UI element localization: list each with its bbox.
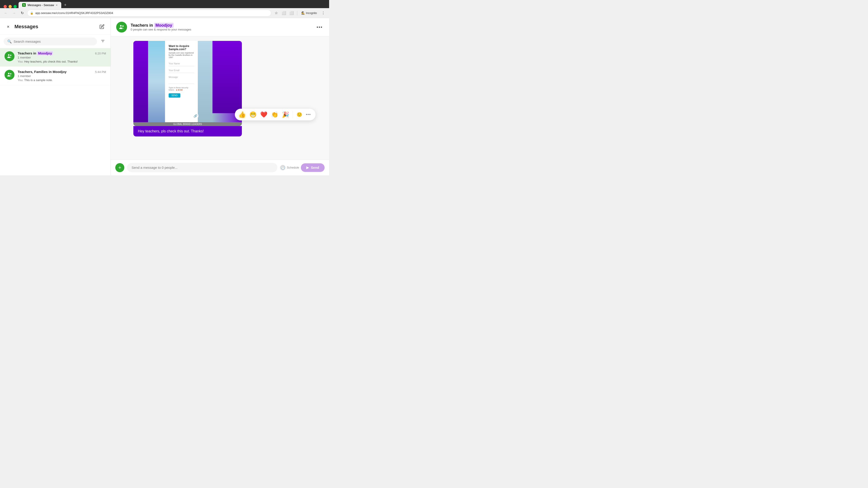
- send-label: Send: [311, 166, 319, 169]
- chat-input-area: + 🕐 Schedule ▶ Send: [111, 160, 329, 175]
- nav-forward-btn[interactable]: →: [11, 10, 17, 16]
- conversation-name: Teachers, Families in Moodjoy: [18, 70, 66, 74]
- chat-header-avatar: [116, 22, 127, 33]
- new-tab-btn[interactable]: +: [62, 2, 68, 8]
- search-bar: 🔍: [0, 35, 111, 48]
- message-bubble: Hey teachers, pls check this out. Thanks…: [133, 126, 242, 136]
- chat-header: Teachers in Moodjoy 0 people can see & r…: [111, 18, 329, 36]
- compose-icon: [99, 24, 104, 29]
- chrome-menu-btn[interactable]: ⋮: [320, 10, 327, 16]
- form-field-email: Your Email: [168, 68, 194, 73]
- conversation-avatar: [4, 51, 14, 61]
- sidebar-header-left: × Messages: [4, 23, 38, 30]
- tab-close-btn[interactable]: ×: [56, 3, 58, 7]
- profile-btn[interactable]: 🕵 Incognito: [300, 10, 319, 16]
- extensions-icon: ⬜: [282, 11, 286, 15]
- filter-btn[interactable]: [99, 37, 107, 45]
- chat-messages: Want to Acquire Sample.com? Sample.com w…: [111, 36, 329, 160]
- form-field-name: Your Name: [168, 61, 194, 66]
- svg-point-3: [8, 54, 10, 56]
- search-input-wrap[interactable]: 🔍: [4, 37, 97, 45]
- img-col-sky-left: [148, 41, 165, 122]
- form-submit-btn[interactable]: SEND: [168, 93, 180, 98]
- tab-favicon: S: [22, 3, 26, 7]
- main-chat-area: Teachers in Moodjoy 0 people can see & r…: [111, 18, 329, 175]
- img-col-purple-left: [133, 41, 148, 122]
- link-preview-image: Want to Acquire Sample.com? Sample.com w…: [133, 41, 242, 122]
- nav-divider: [297, 11, 297, 15]
- window-maximize-btn[interactable]: [13, 5, 17, 8]
- send-btn[interactable]: ▶ Send: [301, 163, 324, 172]
- img-col-purple-right: [213, 41, 242, 113]
- address-lock-icon: 🔒: [30, 11, 33, 15]
- form-field-message: Message: [168, 75, 194, 84]
- search-input[interactable]: [13, 39, 93, 43]
- schedule-btn[interactable]: 🕐 Schedule: [280, 165, 299, 170]
- img-col-sky-right: [198, 41, 213, 122]
- party-reaction[interactable]: 🎉: [282, 111, 289, 118]
- filter-icon: [101, 39, 105, 43]
- chat-input-wrap: + 🕐 Schedule ▶ Send: [115, 163, 324, 172]
- smiley-icon: 🙂: [297, 112, 302, 117]
- extensions-btn[interactable]: ⬜: [281, 10, 287, 16]
- group-name-highlight: Moodjoy: [154, 23, 174, 28]
- conversation-time: 6:20 PM: [95, 52, 106, 55]
- nav-actions: ☆ ⬜ ⬜ 🕵 Incognito ⋮: [273, 10, 327, 16]
- conversation-preview: You: Hey teachers, pls check this out. T…: [18, 60, 106, 63]
- chat-group-name: Teachers in Moodjoy: [131, 23, 312, 28]
- app-layout: × Messages 🔍: [0, 18, 329, 175]
- svg-point-5: [8, 73, 10, 74]
- conversation-member-count: 1 member: [18, 56, 106, 59]
- sidebar-title: Messages: [14, 24, 38, 30]
- browser-nav-bar: ← → ↻ 🔒 app.seesaw.me/c/conv.01HR4FNQSKJ…: [0, 8, 329, 18]
- svg-point-6: [10, 73, 11, 74]
- address-url: app.seesaw.me/c/conv.01HR4FNQSKJRF4332PS…: [35, 11, 113, 15]
- form-title: Want to Acquire Sample.com?: [168, 44, 194, 51]
- conversation-time: 5:44 PM: [95, 70, 106, 74]
- dots-icon: •••: [306, 112, 311, 117]
- sidebar-close-btn[interactable]: ×: [4, 23, 12, 30]
- message-more-btn[interactable]: •••: [305, 111, 312, 118]
- browser-tab[interactable]: S Messages - Seesaw ×: [19, 2, 61, 8]
- conversation-item[interactable]: Teachers in Moodjoy 6:20 PM 1 member You…: [0, 48, 111, 67]
- form-subtitle: Sample.com was registered by the Castell…: [168, 52, 194, 59]
- clapping-reaction[interactable]: 👏: [271, 111, 278, 118]
- nav-back-btn[interactable]: ←: [3, 10, 9, 16]
- browser-tab-bar: S Messages - Seesaw × +: [0, 0, 329, 8]
- conversation-header: Teachers in Moodjoy 6:20 PM: [18, 51, 106, 55]
- bookmark-btn[interactable]: ☆: [273, 10, 279, 16]
- sidebar-header: × Messages: [0, 18, 111, 35]
- sidebar-btn[interactable]: ⬜: [288, 10, 295, 16]
- captcha-label: Type in these security letters c 4 5 K: [168, 87, 194, 91]
- window-close-btn[interactable]: [4, 5, 7, 8]
- conversation-name: Teachers in Moodjoy: [18, 51, 53, 55]
- grinning-reaction[interactable]: 😁: [249, 111, 256, 118]
- chat-header-subtitle: 0 people can see & respond to your messa…: [131, 28, 312, 31]
- svg-point-4: [10, 55, 11, 56]
- reaction-bar: 👍 😁 ❤️ 👏 🎉 🙂 •••: [235, 109, 315, 121]
- compose-btn[interactable]: [98, 23, 106, 31]
- shared-message-container: Want to Acquire Sample.com? Sample.com w…: [133, 41, 242, 136]
- conversation-avatar: [4, 70, 14, 80]
- chat-more-btn[interactable]: •••: [315, 23, 324, 31]
- heart-reaction[interactable]: ❤️: [260, 111, 268, 118]
- thumbs-up-reaction[interactable]: 👍: [239, 111, 246, 118]
- conversation-header: Teachers, Families in Moodjoy 5:44 PM: [18, 70, 106, 74]
- tab-title: Messages - Seesaw: [28, 3, 54, 7]
- address-bar[interactable]: 🔒 app.seesaw.me/c/conv.01HR4FNQSKJRF4332…: [27, 10, 271, 17]
- svg-point-8: [122, 25, 124, 27]
- window-minimize-btn[interactable]: [8, 5, 12, 8]
- reaction-more-actions: 🙂 •••: [293, 111, 312, 118]
- add-reaction-btn[interactable]: 🙂: [296, 111, 303, 118]
- conversation-list: Teachers in Moodjoy 6:20 PM 1 member You…: [0, 48, 111, 175]
- message-input[interactable]: [127, 163, 277, 172]
- chrome-menu-icon: ⋮: [321, 11, 325, 15]
- add-content-btn[interactable]: +: [115, 163, 124, 172]
- incognito-icon: 🕵: [301, 11, 305, 15]
- conversation-content: Teachers in Moodjoy 6:20 PM 1 member You…: [18, 51, 106, 63]
- svg-point-7: [120, 25, 122, 27]
- nav-refresh-btn[interactable]: ↻: [19, 10, 25, 16]
- shared-image: Want to Acquire Sample.com? Sample.com w…: [133, 41, 242, 126]
- captcha-code: c 4 5 K: [176, 89, 183, 91]
- conversation-item[interactable]: Teachers, Families in Moodjoy 5:44 PM 1 …: [0, 67, 111, 85]
